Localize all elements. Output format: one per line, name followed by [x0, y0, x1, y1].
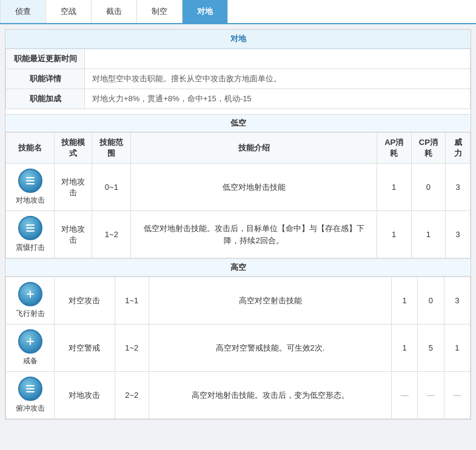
page-container: 侦查空战截击制空对地 对地 职能最近更新时间 职能详情 对地型空中攻击职能。擅长…	[0, 0, 476, 450]
nav-tab-对地[interactable]: 对地	[183, 0, 228, 23]
nav-tab-截击[interactable]: 截击	[92, 0, 137, 23]
skill-row-high-1: 戒备 对空警戒 1~2 高空对空警戒技能。可生效2次. 1 5 1	[6, 324, 471, 372]
nav-tab-制空[interactable]: 制空	[137, 0, 183, 23]
skill-ap-low-0: 1	[377, 164, 411, 211]
skills-table-low: 技能名 技能模式 技能范围 技能介绍 AP消耗 CP消耗 威力	[5, 132, 471, 258]
high-sky-title: 高空	[230, 263, 246, 272]
skill-ap-high-2: —	[392, 372, 418, 419]
skill-mode-high-2: 对地攻击	[55, 372, 115, 419]
skill-desc-low-1: 低空对地射击技能。攻击后，目标单位【命中】与【存在感】下降，持续2回合。	[131, 211, 377, 258]
th-cp: CP消耗	[411, 133, 446, 164]
th-desc: 技能介绍	[131, 133, 377, 164]
main-content: 对地 职能最近更新时间 职能详情 对地型空中攻击职能。擅长从空中攻击敌方地面单位…	[5, 29, 471, 420]
skill-desc-high-0: 高空对空射击技能	[149, 277, 392, 324]
skills-table-high: 飞行射击 对空攻击 1~1 高空对空射击技能 1 0 3 戒备 对空警戒 1~2…	[5, 277, 471, 419]
skill-mode-high-0: 对空攻击	[55, 277, 115, 324]
skill-range-high-2: 2~2	[115, 372, 149, 419]
skill-power-high-1: 1	[444, 324, 470, 372]
skill-cp-high-0: 0	[418, 277, 444, 324]
th-skill-name: 技能名	[6, 133, 55, 164]
nav-tab-空战[interactable]: 空战	[46, 0, 92, 23]
top-nav: 侦查空战截击制空对地	[0, 0, 476, 24]
skill-label-high-0: 飞行射击	[16, 309, 45, 319]
skill-row-low-1: 震慑打击 对地攻击 1~2 低空对地射击技能。攻击后，目标单位【命中】与【存在感…	[6, 211, 471, 258]
skill-power-low-0: 3	[446, 164, 471, 211]
skill-name-cell-low-0: 对地攻击	[6, 164, 55, 211]
skill-label-low-1: 震慑打击	[16, 243, 45, 253]
skill-label-high-1: 戒备	[23, 356, 38, 366]
skill-name-cell-low-1: 震慑打击	[6, 211, 55, 258]
info-row-1: 职能详情 对地型空中攻击职能。擅长从空中攻击敌方地面单位。	[6, 69, 471, 89]
high-sky-header: 高空	[5, 258, 471, 277]
info-label-2: 职能加成	[6, 89, 85, 109]
low-sky-title: 低空	[230, 118, 246, 127]
info-label-1: 职能详情	[6, 69, 85, 89]
skill-cp-low-0: 0	[411, 164, 446, 211]
skill-ap-high-1: 1	[392, 324, 418, 372]
skill-desc-high-1: 高空对空警戒技能。可生效2次.	[149, 324, 392, 372]
info-table: 职能最近更新时间 职能详情 对地型空中攻击职能。擅长从空中攻击敌方地面单位。 职…	[5, 49, 471, 109]
info-value-1: 对地型空中攻击职能。擅长从空中攻击敌方地面单位。	[85, 69, 471, 89]
skill-cp-high-2: —	[418, 372, 444, 419]
skill-cp-low-1: 1	[411, 211, 446, 258]
skill-mode-high-1: 对空警戒	[55, 324, 115, 372]
skill-power-high-2: —	[444, 372, 470, 419]
info-value-2: 对地火力+8%，贯通+8%，命中+15，机动-15	[85, 89, 471, 109]
skill-label-low-0: 对地攻击	[16, 195, 45, 206]
skill-name-cell-high-0: 飞行射击	[6, 277, 55, 324]
skill-desc-low-0: 低空对地射击技能	[131, 164, 377, 211]
skill-row-high-2: 俯冲攻击 对地攻击 2~2 高空对地射击技能。攻击后，变为低空形态。 — — —	[6, 372, 471, 419]
info-label-0: 职能最近更新时间	[6, 49, 85, 69]
skill-mode-low-1: 对地攻击	[55, 211, 92, 258]
info-row-2: 职能加成 对地火力+8%，贯通+8%，命中+15，机动-15	[6, 89, 471, 109]
skills-section: 低空 技能名 技能模式 技能范围 技能介绍 AP消耗 CP消耗 威力	[5, 114, 471, 419]
main-section-title: 对地	[230, 34, 246, 43]
skill-name-cell-high-2: 俯冲攻击	[6, 372, 55, 419]
skill-power-high-0: 3	[444, 277, 470, 324]
skill-label-high-2: 俯冲攻击	[16, 403, 45, 414]
skill-mode-low-0: 对地攻击	[55, 164, 92, 211]
skill-power-low-1: 3	[446, 211, 471, 258]
skill-desc-high-2: 高空对地射击技能。攻击后，变为低空形态。	[149, 372, 392, 419]
skill-ap-low-1: 1	[377, 211, 411, 258]
skill-range-high-1: 1~2	[115, 324, 149, 372]
skill-ap-high-0: 1	[392, 277, 418, 324]
info-value-0	[85, 49, 471, 69]
nav-tab-侦查[interactable]: 侦查	[0, 0, 46, 23]
info-row-0: 职能最近更新时间	[6, 49, 471, 69]
skill-row-low-0: 对地攻击 对地攻击 0~1 低空对地射击技能 1 0 3	[6, 164, 471, 211]
skill-range-low-0: 0~1	[92, 164, 131, 211]
skill-name-cell-high-1: 戒备	[6, 324, 55, 372]
skill-row-high-0: 飞行射击 对空攻击 1~1 高空对空射击技能 1 0 3	[6, 277, 471, 324]
skill-range-low-1: 1~2	[92, 211, 131, 258]
th-ap: AP消耗	[377, 133, 411, 164]
th-power: 威力	[446, 133, 471, 164]
low-sky-header: 低空	[5, 114, 471, 132]
th-range: 技能范围	[92, 133, 131, 164]
skill-range-high-0: 1~1	[115, 277, 149, 324]
skill-cp-high-1: 5	[418, 324, 444, 372]
main-section-header: 对地	[5, 30, 471, 49]
th-mode: 技能模式	[55, 133, 92, 164]
